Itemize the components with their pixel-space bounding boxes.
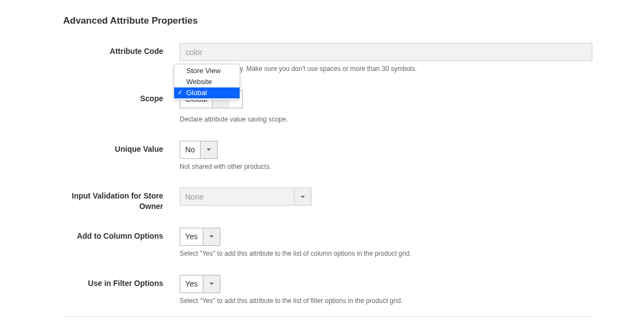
scope-option-store-view[interactable]: Store View [174,65,240,76]
input-validation-select-value: None [180,188,294,205]
scope-dropdown: Store View Website Global [174,64,240,101]
add-column-select-value: Yes [180,228,203,245]
row-input-validation: Input Validation for Store Owner None [63,188,592,211]
scope-option-global[interactable]: Global [174,87,240,98]
chevron-down-icon [203,228,220,245]
help-filter-options: Select "Yes" to add this attribute to th… [180,296,592,306]
row-unique-value: Unique Value No Not shared with other pr… [63,141,592,172]
scope-option-website[interactable]: Website [174,76,240,87]
help-scope: Declare attribute value saving scope. [180,115,592,124]
attribute-code-input [180,43,592,61]
section-divider [63,316,592,317]
label-input-validation: Input Validation for Store Owner [72,191,163,210]
chevron-down-icon [200,141,217,158]
label-unique-value: Unique Value [115,145,163,153]
filter-options-select-value: Yes [180,276,203,293]
help-add-column: Select "Yes" to add this attribute to th… [180,249,592,258]
label-attribute-code: Attribute Code [110,47,163,56]
row-filter-options: Use in Filter Options Yes Select "Yes" t… [63,275,592,306]
help-unique-value: Not shared with other products. [180,162,592,172]
chevron-down-icon [203,276,220,293]
unique-value-select[interactable]: No [180,141,218,159]
chevron-down-icon [294,188,311,205]
help-attribute-code: This is used internally. Make sure you d… [180,64,592,74]
label-scope: Scope [140,94,163,103]
filter-options-select[interactable]: Yes [180,275,220,293]
add-column-select[interactable]: Yes [180,228,220,246]
label-filter-options: Use in Filter Options [88,279,163,288]
row-add-column: Add to Column Options Yes Select "Yes" t… [63,228,592,258]
section-title: Advanced Attribute Properties [63,15,592,26]
row-scope: Scope Global Store View Website Global D… [63,90,592,124]
label-add-column: Add to Column Options [77,232,163,240]
unique-value-select-value: No [180,141,200,158]
row-attribute-code: Attribute Code This is used internally. … [63,43,592,74]
input-validation-select: None [180,188,312,206]
